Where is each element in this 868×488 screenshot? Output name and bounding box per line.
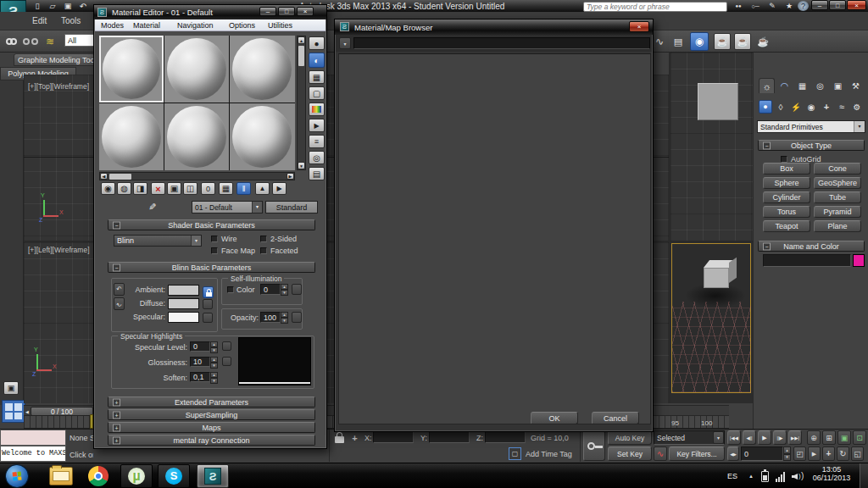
extended-parameters-rollout[interactable]: + Extended Parameters: [108, 396, 315, 408]
bind-to-space-warp-icon[interactable]: ≋: [42, 33, 58, 50]
lock-colors-button[interactable]: [203, 286, 214, 298]
cancel-button[interactable]: Cancel: [592, 412, 639, 424]
clock[interactable]: 13:05 06/11/2013: [807, 465, 856, 487]
object-button-cylinder[interactable]: Cylinder: [763, 191, 810, 203]
scroll-up-icon[interactable]: ▲: [298, 36, 305, 44]
zoom-region-icon[interactable]: ◰: [793, 446, 806, 461]
set-key-button[interactable]: Set Key: [608, 446, 652, 461]
orbit-icon[interactable]: ↻: [837, 446, 849, 461]
object-button-geosphere[interactable]: GeoSphere: [814, 177, 861, 189]
ok-button[interactable]: OK: [531, 412, 578, 424]
key-mode-toggle-button[interactable]: ◀▶: [727, 446, 739, 461]
make-material-copy-icon[interactable]: ▣: [167, 182, 181, 195]
y-field[interactable]: [429, 431, 470, 443]
add-time-tag[interactable]: Add Time Tag: [526, 450, 572, 458]
menu-edit[interactable]: Edit: [32, 16, 47, 25]
favorites-star-icon[interactable]: ★: [782, 1, 797, 11]
minimize-button[interactable]: –: [811, 0, 828, 10]
tab-utilities[interactable]: ⚒: [848, 78, 864, 93]
specular-level-map-button[interactable]: [222, 341, 231, 351]
material-id-channel-icon[interactable]: 0: [201, 182, 215, 195]
help-icon[interactable]: ?: [798, 1, 809, 11]
select-by-material-icon[interactable]: ◎: [309, 151, 325, 164]
browser-content[interactable]: [338, 53, 651, 424]
object-button-sphere[interactable]: Sphere: [763, 177, 810, 189]
primitive-category-dropdown[interactable]: Standard Primitives ▾: [757, 120, 865, 133]
object-color-swatch[interactable]: [853, 254, 865, 267]
object-name-field[interactable]: [763, 254, 851, 267]
sample-type-icon[interactable]: ●: [309, 36, 325, 50]
subtab-systems[interactable]: ⚙: [850, 100, 864, 114]
menu-material[interactable]: Material: [133, 21, 160, 30]
viewport-perspective[interactable]: [670, 242, 753, 403]
opacity-field[interactable]: 100: [260, 312, 281, 323]
subtab-helpers[interactable]: +: [820, 100, 833, 114]
shader-params-rollout[interactable]: − Shader Basic Parameters: [108, 219, 315, 230]
self-illum-color-checkbox[interactable]: [227, 286, 234, 293]
object-button-box[interactable]: Box: [763, 163, 810, 175]
object-button-pyramid[interactable]: Pyramid: [814, 206, 861, 218]
sample-slot[interactable]: [164, 103, 229, 170]
go-to-start-button[interactable]: |◀◀: [727, 430, 741, 445]
material-editor-icon[interactable]: ◉: [690, 32, 709, 51]
tab-motion[interactable]: ◎: [812, 78, 828, 93]
curve-editor-icon[interactable]: ∿: [651, 33, 668, 50]
object-button-torus[interactable]: Torus: [763, 206, 810, 218]
scene-box-front[interactable]: [698, 83, 738, 120]
ambient-color-swatch[interactable]: [168, 285, 199, 296]
object-type-rollout[interactable]: − Object Type: [758, 140, 865, 151]
spin-up-icon[interactable]: ▴: [210, 341, 218, 347]
specular-color-swatch[interactable]: [168, 312, 199, 323]
scroll-down-icon[interactable]: ▼: [298, 162, 305, 169]
make-preview-icon[interactable]: ▶: [309, 119, 325, 132]
faceted-checkbox[interactable]: [260, 247, 267, 254]
material-editor-titlebar[interactable]: Ƨ Material Editor - 01 - Default – □ ×: [94, 5, 326, 19]
tab-display[interactable]: ▣: [830, 78, 846, 93]
render-setup-icon[interactable]: ☕: [714, 33, 731, 50]
select-and-link-icon[interactable]: [3, 33, 19, 50]
two-sided-checkbox[interactable]: [260, 236, 267, 242]
object-button-tube[interactable]: Tube: [814, 191, 861, 203]
self-illum-field[interactable]: 0: [260, 284, 281, 295]
opacity-spinner[interactable]: ▴▾: [281, 312, 288, 323]
go-forward-sibling-icon[interactable]: ▶: [272, 182, 287, 195]
auto-key-button[interactable]: Auto Key: [608, 430, 652, 445]
sign-icon[interactable]: ✎: [765, 1, 780, 11]
open-file-icon[interactable]: ▱: [46, 1, 59, 11]
menu-tools[interactable]: Tools: [61, 16, 81, 25]
specular-level-spinner[interactable]: ▴▾: [210, 341, 218, 352]
viewport-front[interactable]: [670, 53, 753, 241]
search-input-field[interactable]: [584, 3, 726, 11]
pick-material-eyedropper-icon[interactable]: ✎: [147, 201, 159, 214]
spin-up-icon[interactable]: ▴: [783, 446, 791, 454]
transform-typein-icon[interactable]: +: [348, 430, 361, 445]
spin-up-icon[interactable]: ▴: [210, 357, 218, 363]
go-to-end-button[interactable]: ▶▶|: [788, 430, 802, 445]
opacity-map-button[interactable]: [292, 312, 302, 323]
z-field[interactable]: [485, 431, 526, 443]
save-file-icon[interactable]: ▣: [61, 1, 75, 11]
name-color-rollout[interactable]: − Name and Color: [758, 241, 865, 252]
time-slider-handle[interactable]: 0 / 100: [31, 407, 93, 416]
spin-up-icon[interactable]: ▴: [281, 312, 288, 318]
taskbar-skype-icon[interactable]: S: [158, 464, 190, 488]
mental-ray-rollout[interactable]: + mental ray Connection: [108, 435, 315, 446]
browser-filter-arrow-icon[interactable]: ▾: [339, 37, 351, 49]
taskbar-utorrent-icon[interactable]: µ: [120, 464, 153, 488]
spin-down-icon[interactable]: ▾: [210, 363, 218, 369]
field-of-view-icon[interactable]: ▶: [808, 446, 821, 461]
me-minimize-button[interactable]: –: [259, 7, 276, 16]
subtab-shapes[interactable]: ◊: [774, 100, 787, 114]
render-production-icon[interactable]: ☕: [754, 33, 771, 50]
current-frame-field[interactable]: 0: [741, 446, 783, 461]
play-button[interactable]: ▶: [758, 430, 771, 445]
selection-set-dropdown[interactable]: Selected ▾: [654, 430, 725, 445]
menu-options[interactable]: Options: [229, 21, 255, 30]
face-map-checkbox[interactable]: [211, 247, 218, 254]
license-key-icon[interactable]: ○─: [748, 1, 763, 11]
reset-map-icon[interactable]: ×: [151, 182, 165, 195]
me-close-button[interactable]: ×: [297, 7, 314, 16]
spin-down-icon[interactable]: ▾: [281, 290, 288, 296]
supersampling-rollout[interactable]: + SuperSampling: [108, 409, 315, 420]
object-button-plane[interactable]: Plane: [814, 220, 861, 232]
